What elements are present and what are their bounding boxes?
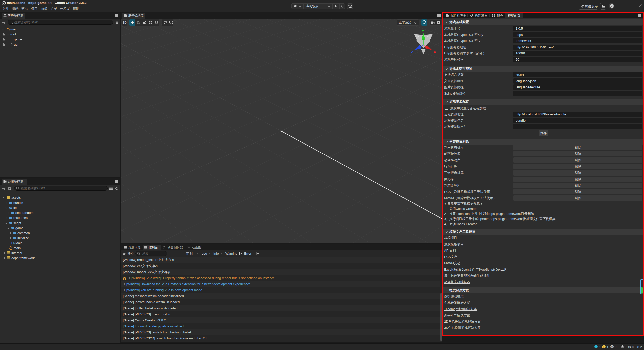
svg-text:Z: Z (411, 50, 413, 54)
svg-text:X: X (434, 50, 436, 54)
svg-text:Y: Y (422, 29, 424, 33)
